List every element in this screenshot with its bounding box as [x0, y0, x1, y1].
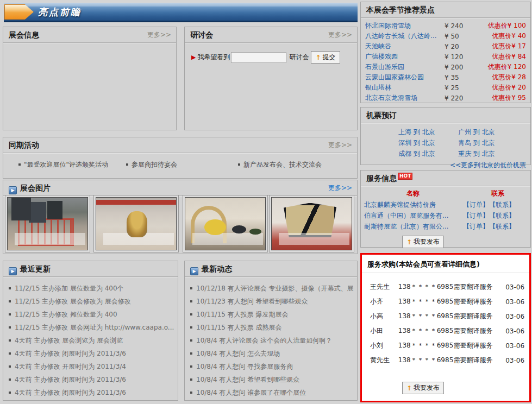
more-link-photos[interactable]: 更多>> [328, 180, 352, 195]
news-item[interactable]: 10/8/4 有人想问 希望看到哪些观众 [190, 373, 354, 386]
order-link[interactable]: 【订单】 [463, 223, 489, 230]
activity-item[interactable]: "最受欢迎展位"评选颁奖活动 [18, 160, 108, 169]
news-item[interactable]: 10/11/15 有人投票 成熟展会 [190, 321, 354, 334]
spot-link[interactable]: 石景山游乐园 [365, 62, 445, 72]
seminar-prompt: 我希望看到 [197, 53, 230, 62]
order-link[interactable]: 【订单】 [463, 201, 489, 209]
requester-name: 黄先生 [370, 356, 398, 365]
page: 亮点前瞻 展会信息 更多>> 研讨会 更多>> ▶ 我希望看到 研讨会 ↑提交 … [0, 0, 532, 404]
contact-link[interactable]: 【联系】 [489, 201, 515, 209]
spot-link[interactable]: 云蒙山国家森林公园 [365, 73, 445, 82]
spot-price: ¥ 220 [445, 94, 473, 102]
activity-item[interactable]: 参展商招待宴会 [126, 160, 177, 169]
up-arrow-icon: ↑ [406, 384, 412, 392]
flight-link[interactable]: 广州 到 北京 [451, 127, 502, 137]
spot-link[interactable]: 北京石京龙滑雪场 [365, 93, 445, 103]
spot-row: 北京石京龙滑雪场 ¥ 220 优惠价¥ 95 [361, 93, 530, 103]
photo-image [7, 197, 88, 250]
service-name-link[interactable]: 伯言通（中国）展览服务有... [364, 210, 463, 221]
request-row: 小高 138＊＊＊＊6985 需要翻译服务 03-06 [362, 309, 529, 324]
requester-name: 小高 [370, 312, 398, 321]
update-item[interactable]: 11/2/15 主办修改 摊位数量为 400 [9, 308, 174, 321]
update-item[interactable]: 11/2/15 主办修改 展会网址为 http://www.caapa.o... [9, 321, 174, 334]
service-row: 伯言通（中国）展览服务有... 【订单】【联系】 [361, 210, 530, 221]
requester-phone: 138＊＊＊＊6985 [398, 282, 454, 292]
section-banner: 亮点前瞻 [4, 3, 358, 22]
watermark-band [279, 233, 349, 245]
update-item[interactable]: 11/2/15 主办添加 展位数量为 400个 [9, 282, 174, 295]
news-item[interactable]: 10/8/4 有人想问 怎么去现场 [190, 347, 354, 360]
publish-label: 我要发布 [414, 383, 440, 393]
photo-thumbnail-brochure-stand[interactable] [269, 195, 354, 252]
arrow-pennant-icon [4, 4, 34, 20]
news-item[interactable]: 10/11/23 有人想问 希望看到哪些观众 [190, 295, 354, 308]
hot-badge: HOT [398, 173, 412, 180]
spot-discount: 优惠价¥ 95 [473, 93, 526, 103]
publish-request-button[interactable]: ↑我要发布 [402, 382, 444, 394]
flight-link[interactable]: 深圳 到 北京 [391, 137, 442, 148]
request-date: 03-06 [505, 298, 529, 306]
spot-price: ¥ 240 [445, 22, 473, 30]
panel-title: 机票预订 [366, 111, 397, 119]
spots-list: 怀北国际滑雪场 ¥ 240 优惠价¥ 100 八达岭古长城（八达岭... ¥ 5… [361, 18, 530, 103]
flight-link[interactable]: 重庆 到 北京 [451, 148, 502, 159]
panel-title: 研讨会 [190, 30, 213, 39]
watermark-band [15, 233, 85, 245]
service-name-link[interactable]: 北京麒麟宾馆提供特价房 [364, 199, 463, 210]
panel-title: 本展会季节推荐景点 [366, 5, 435, 14]
photo-image [185, 197, 266, 250]
spot-link[interactable]: 银山塔林 [365, 83, 445, 92]
spot-link[interactable]: 广德楼戏园 [365, 52, 445, 61]
request-need: 需要翻译服务 [453, 356, 505, 365]
activity-item[interactable]: 新产品发布会、技术交流会 [238, 160, 322, 169]
spot-link[interactable]: 八达岭古长城（八达岭... [365, 31, 445, 41]
flight-links: 上海 到 北京 广州 到 北京 深圳 到 北京 青岛 到 北京 成都 到 北京 … [361, 123, 530, 170]
flight-link[interactable]: 成都 到 北京 [391, 148, 442, 159]
spot-link[interactable]: 天池峡谷 [365, 42, 445, 51]
up-arrow-icon: ↑ [406, 238, 412, 246]
photo-thumbnail-pedal-car[interactable] [5, 195, 90, 252]
submit-button[interactable]: ↑提交 [311, 51, 340, 64]
photo-thumbnail-booth-statue[interactable] [93, 195, 179, 252]
contact-link[interactable]: 【联系】 [489, 223, 515, 230]
flight-row: 成都 到 北京 重庆 到 北京 [361, 148, 530, 159]
news-item[interactable]: 10/12/18 有人评论展会 专业摄影、摄像（开幕式、展 [190, 282, 354, 295]
spot-row: 天池峡谷 ¥ 20 优惠价¥ 17 [361, 41, 530, 52]
update-item[interactable]: 4天前 主办修改 开展时间为 2011/3/4 [9, 360, 174, 373]
news-item[interactable]: 10/8/4 有人想问 寻找参展服务商 [190, 360, 354, 373]
service-name-link[interactable]: 耐斯特展览（北京）有限公... [364, 221, 463, 232]
spot-link[interactable]: 怀北国际滑雪场 [365, 21, 445, 30]
column-header-contact: 联系 [465, 187, 530, 199]
up-arrow-icon: ↑ [315, 54, 321, 61]
more-link-exhibition-info[interactable]: 更多>> [147, 27, 171, 42]
publish-service-button[interactable]: ↑我要发布 [402, 236, 444, 248]
seminar-topic-input[interactable] [231, 52, 286, 63]
contact-link[interactable]: 【联系】 [489, 212, 515, 219]
flight-link[interactable]: 青岛 到 北京 [451, 137, 502, 148]
panel-title: 服务求购(本站会员可查看详细信息) [362, 255, 529, 273]
more-link-seminar[interactable]: 更多>> [328, 27, 352, 42]
update-item[interactable]: 4天前 主办修改 闭展时间为 2011/3/6 [9, 386, 174, 399]
panel-title: 服务信息 [366, 174, 397, 182]
request-date: 03-06 [505, 327, 529, 335]
spot-price: ¥ 120 [445, 53, 473, 61]
more-cheap-flights-link[interactable]: <<更多到北京的低价机票 [361, 161, 530, 170]
news-item[interactable]: 10/8/4 有人想问 谁参展了在哪个展位 [190, 386, 354, 399]
request-date: 03-06 [505, 342, 529, 350]
service-row: 北京麒麟宾馆提供特价房 【订单】【联系】 [361, 199, 530, 210]
news-item[interactable]: 10/11/15 有人投票 爆发期展会 [190, 308, 354, 321]
flight-link[interactable]: 上海 到 北京 [391, 127, 442, 137]
more-link-concurrent[interactable]: 更多>> [328, 137, 352, 153]
service-column-headers: 名称 联系 [361, 187, 530, 199]
spot-price: ¥ 50 [445, 33, 473, 40]
update-item[interactable]: 4天前 主办修改 闭展时间为 2011/3/6 [9, 373, 174, 386]
panel-header: 展会信息 更多>> [3, 27, 176, 43]
service-row: 耐斯特展览（北京）有限公... 【订单】【联系】 [361, 221, 530, 232]
update-item[interactable]: 4天前 主办修改 展会浏览为 展会浏览 [9, 334, 174, 347]
news-item[interactable]: 10/8/4 有人评论展会 这个会的人流量如何啊？ [190, 334, 354, 347]
update-item[interactable]: 11/2/15 主办修改 展会修改为 展会修改 [9, 295, 174, 308]
photo-thumbnail-play-arch[interactable] [183, 195, 268, 252]
order-link[interactable]: 【订单】 [463, 212, 489, 219]
panel-flight-booking: 机票预订 上海 到 北京 广州 到 北京 深圳 到 北京 青岛 到 北京 成都 … [360, 107, 531, 165]
update-item[interactable]: 4天前 主办修改 闭展时间为 2011/3/6 [9, 347, 174, 360]
